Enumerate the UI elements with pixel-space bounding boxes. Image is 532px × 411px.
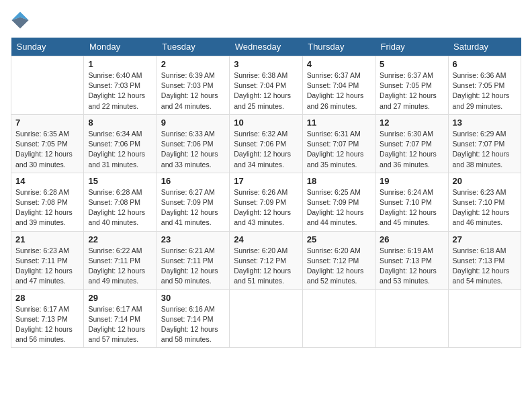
calendar-day-cell: 8Sunrise: 6:34 AM Sunset: 7:06 PM Daylig… bbox=[84, 114, 157, 173]
day-number: 28 bbox=[15, 293, 79, 303]
weekday-header: Wednesday bbox=[230, 38, 302, 56]
calendar-day-cell: 14Sunrise: 6:28 AM Sunset: 7:08 PM Dayli… bbox=[11, 173, 84, 231]
day-number: 26 bbox=[380, 234, 443, 244]
day-info: Sunrise: 6:35 AM Sunset: 7:05 PM Dayligh… bbox=[15, 129, 79, 170]
day-number: 9 bbox=[161, 118, 225, 128]
day-number: 25 bbox=[307, 234, 371, 244]
day-info: Sunrise: 6:22 AM Sunset: 7:11 PM Dayligh… bbox=[88, 246, 152, 287]
day-info: Sunrise: 6:25 AM Sunset: 7:09 PM Dayligh… bbox=[307, 187, 371, 228]
calendar-day-cell: 30Sunrise: 6:16 AM Sunset: 7:14 PM Dayli… bbox=[157, 289, 229, 348]
day-number: 4 bbox=[307, 59, 371, 69]
day-info: Sunrise: 6:28 AM Sunset: 7:08 PM Dayligh… bbox=[88, 187, 152, 228]
day-info: Sunrise: 6:16 AM Sunset: 7:14 PM Dayligh… bbox=[161, 304, 225, 345]
calendar-day-cell: 29Sunrise: 6:17 AM Sunset: 7:14 PM Dayli… bbox=[84, 289, 157, 348]
day-number: 17 bbox=[234, 176, 298, 186]
day-number: 15 bbox=[88, 176, 152, 186]
weekday-header: Monday bbox=[84, 38, 157, 56]
calendar-day-cell: 2Sunrise: 6:39 AM Sunset: 7:03 PM Daylig… bbox=[157, 56, 229, 115]
calendar-day-cell: 21Sunrise: 6:23 AM Sunset: 7:11 PM Dayli… bbox=[11, 231, 84, 289]
day-info: Sunrise: 6:24 AM Sunset: 7:10 PM Dayligh… bbox=[380, 187, 443, 228]
day-info: Sunrise: 6:34 AM Sunset: 7:06 PM Dayligh… bbox=[88, 129, 152, 170]
day-info: Sunrise: 6:23 AM Sunset: 7:10 PM Dayligh… bbox=[453, 187, 517, 228]
day-info: Sunrise: 6:19 AM Sunset: 7:13 PM Dayligh… bbox=[380, 246, 443, 287]
day-number: 18 bbox=[307, 176, 371, 186]
day-number: 23 bbox=[161, 234, 225, 244]
calendar-day-cell: 13Sunrise: 6:29 AM Sunset: 7:07 PM Dayli… bbox=[448, 114, 521, 173]
calendar-empty-cell bbox=[11, 56, 84, 115]
day-info: Sunrise: 6:31 AM Sunset: 7:07 PM Dayligh… bbox=[307, 129, 371, 170]
day-info: Sunrise: 6:36 AM Sunset: 7:05 PM Dayligh… bbox=[453, 71, 517, 111]
logo bbox=[11, 11, 32, 30]
day-info: Sunrise: 6:20 AM Sunset: 7:12 PM Dayligh… bbox=[307, 246, 371, 287]
calendar-empty-cell bbox=[448, 289, 521, 348]
day-number: 21 bbox=[15, 234, 79, 244]
calendar-day-cell: 27Sunrise: 6:18 AM Sunset: 7:13 PM Dayli… bbox=[448, 231, 521, 289]
day-info: Sunrise: 6:37 AM Sunset: 7:05 PM Dayligh… bbox=[380, 71, 443, 111]
calendar-day-cell: 10Sunrise: 6:32 AM Sunset: 7:06 PM Dayli… bbox=[230, 114, 302, 173]
calendar-empty-cell bbox=[230, 289, 302, 348]
day-info: Sunrise: 6:29 AM Sunset: 7:07 PM Dayligh… bbox=[453, 129, 517, 170]
day-number: 22 bbox=[88, 234, 152, 244]
calendar-day-cell: 17Sunrise: 6:26 AM Sunset: 7:09 PM Dayli… bbox=[230, 173, 302, 231]
day-number: 3 bbox=[234, 59, 298, 69]
day-number: 11 bbox=[307, 118, 371, 128]
day-info: Sunrise: 6:23 AM Sunset: 7:11 PM Dayligh… bbox=[15, 246, 79, 287]
calendar-empty-cell bbox=[375, 289, 448, 348]
calendar-day-cell: 4Sunrise: 6:37 AM Sunset: 7:04 PM Daylig… bbox=[302, 56, 375, 115]
calendar-week-row: 1Sunrise: 6:40 AM Sunset: 7:03 PM Daylig… bbox=[11, 56, 521, 115]
calendar-day-cell: 6Sunrise: 6:36 AM Sunset: 7:05 PM Daylig… bbox=[448, 56, 521, 115]
day-info: Sunrise: 6:39 AM Sunset: 7:03 PM Dayligh… bbox=[161, 71, 225, 111]
day-info: Sunrise: 6:33 AM Sunset: 7:06 PM Dayligh… bbox=[161, 129, 225, 170]
calendar-day-cell: 18Sunrise: 6:25 AM Sunset: 7:09 PM Dayli… bbox=[302, 173, 375, 231]
calendar-table: SundayMondayTuesdayWednesdayThursdayFrid… bbox=[11, 38, 521, 348]
calendar-header-row: SundayMondayTuesdayWednesdayThursdayFrid… bbox=[11, 38, 521, 56]
day-info: Sunrise: 6:38 AM Sunset: 7:04 PM Dayligh… bbox=[234, 71, 298, 111]
day-number: 20 bbox=[453, 176, 517, 186]
day-number: 6 bbox=[453, 59, 517, 69]
day-number: 10 bbox=[234, 118, 298, 128]
calendar-week-row: 7Sunrise: 6:35 AM Sunset: 7:05 PM Daylig… bbox=[11, 114, 521, 173]
day-number: 16 bbox=[161, 176, 225, 186]
day-info: Sunrise: 6:17 AM Sunset: 7:14 PM Dayligh… bbox=[88, 304, 152, 345]
day-info: Sunrise: 6:40 AM Sunset: 7:03 PM Dayligh… bbox=[88, 71, 152, 111]
calendar-day-cell: 20Sunrise: 6:23 AM Sunset: 7:10 PM Dayli… bbox=[448, 173, 521, 231]
day-info: Sunrise: 6:20 AM Sunset: 7:12 PM Dayligh… bbox=[234, 246, 298, 287]
day-info: Sunrise: 6:21 AM Sunset: 7:11 PM Dayligh… bbox=[161, 246, 225, 287]
day-number: 14 bbox=[15, 176, 79, 186]
weekday-header: Saturday bbox=[448, 38, 521, 56]
weekday-header: Tuesday bbox=[157, 38, 229, 56]
day-number: 5 bbox=[380, 59, 443, 69]
calendar-day-cell: 7Sunrise: 6:35 AM Sunset: 7:05 PM Daylig… bbox=[11, 114, 84, 173]
calendar-day-cell: 15Sunrise: 6:28 AM Sunset: 7:08 PM Dayli… bbox=[84, 173, 157, 231]
calendar-day-cell: 24Sunrise: 6:20 AM Sunset: 7:12 PM Dayli… bbox=[230, 231, 302, 289]
weekday-header: Thursday bbox=[302, 38, 375, 56]
calendar-day-cell: 25Sunrise: 6:20 AM Sunset: 7:12 PM Dayli… bbox=[302, 231, 375, 289]
logo-icon bbox=[11, 11, 30, 30]
day-info: Sunrise: 6:37 AM Sunset: 7:04 PM Dayligh… bbox=[307, 71, 371, 111]
page-header bbox=[11, 11, 521, 30]
day-info: Sunrise: 6:18 AM Sunset: 7:13 PM Dayligh… bbox=[453, 246, 517, 287]
calendar-day-cell: 26Sunrise: 6:19 AM Sunset: 7:13 PM Dayli… bbox=[375, 231, 448, 289]
calendar-day-cell: 23Sunrise: 6:21 AM Sunset: 7:11 PM Dayli… bbox=[157, 231, 229, 289]
weekday-header: Sunday bbox=[11, 38, 84, 56]
day-info: Sunrise: 6:27 AM Sunset: 7:09 PM Dayligh… bbox=[161, 187, 225, 228]
calendar-week-row: 14Sunrise: 6:28 AM Sunset: 7:08 PM Dayli… bbox=[11, 173, 521, 231]
calendar-day-cell: 12Sunrise: 6:30 AM Sunset: 7:07 PM Dayli… bbox=[375, 114, 448, 173]
day-number: 13 bbox=[453, 118, 517, 128]
day-info: Sunrise: 6:17 AM Sunset: 7:13 PM Dayligh… bbox=[15, 304, 79, 345]
day-number: 1 bbox=[88, 59, 152, 69]
day-info: Sunrise: 6:26 AM Sunset: 7:09 PM Dayligh… bbox=[234, 187, 298, 228]
calendar-day-cell: 28Sunrise: 6:17 AM Sunset: 7:13 PM Dayli… bbox=[11, 289, 84, 348]
calendar-day-cell: 9Sunrise: 6:33 AM Sunset: 7:06 PM Daylig… bbox=[157, 114, 229, 173]
day-number: 29 bbox=[88, 293, 152, 303]
weekday-header: Friday bbox=[375, 38, 448, 56]
day-number: 12 bbox=[380, 118, 443, 128]
calendar-day-cell: 22Sunrise: 6:22 AM Sunset: 7:11 PM Dayli… bbox=[84, 231, 157, 289]
calendar-day-cell: 11Sunrise: 6:31 AM Sunset: 7:07 PM Dayli… bbox=[302, 114, 375, 173]
calendar-week-row: 28Sunrise: 6:17 AM Sunset: 7:13 PM Dayli… bbox=[11, 289, 521, 348]
calendar-empty-cell bbox=[302, 289, 375, 348]
day-number: 30 bbox=[161, 293, 225, 303]
day-info: Sunrise: 6:32 AM Sunset: 7:06 PM Dayligh… bbox=[234, 129, 298, 170]
calendar-day-cell: 5Sunrise: 6:37 AM Sunset: 7:05 PM Daylig… bbox=[375, 56, 448, 115]
day-info: Sunrise: 6:30 AM Sunset: 7:07 PM Dayligh… bbox=[380, 129, 443, 170]
